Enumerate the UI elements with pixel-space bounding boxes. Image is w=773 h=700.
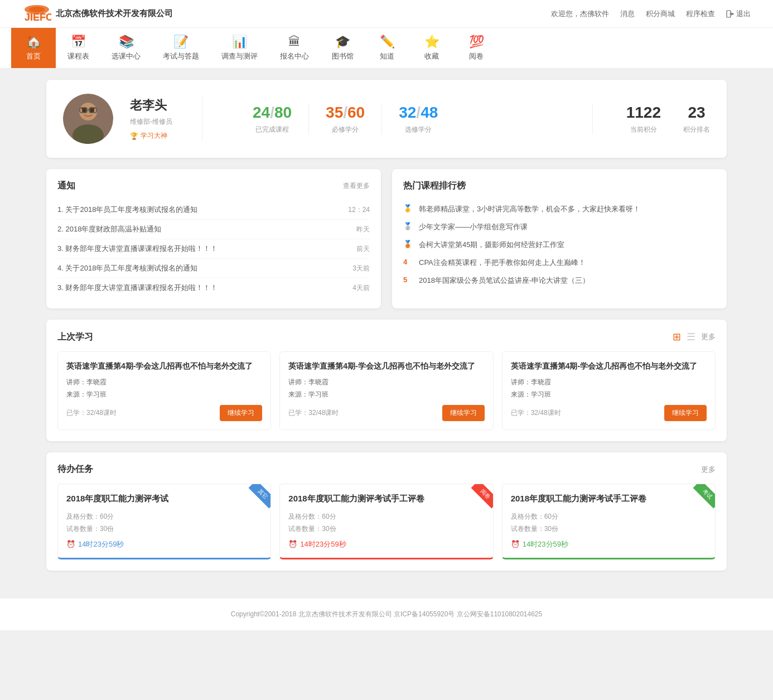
- notice-box: 通知 查看更多 1. 关于2018年员工年度考核测试报名的通知 12：24 2.…: [46, 169, 381, 308]
- points-link[interactable]: 积分商城: [646, 9, 675, 19]
- nav-item-courses[interactable]: 📚 选课中心: [100, 28, 152, 68]
- teacher-prefix-3: 讲师：: [511, 378, 531, 386]
- hot-item-5[interactable]: 5 2018年国家级公务员笔试公益讲座-申论大讲堂（三）: [403, 272, 716, 289]
- task-title-2: 2018年度职工能力测评考试手工评卷: [288, 493, 484, 505]
- nav-item-home[interactable]: 🏠 首页: [11, 28, 56, 68]
- profile-card: 老李头 维修部-维修员 🏆 学习大神 24/80 已完成课程 35/60: [46, 80, 727, 158]
- svg-point-10: [90, 108, 94, 113]
- last-study-title: 上次学习: [57, 331, 93, 343]
- avatar-image: [63, 94, 113, 144]
- points-num: 1122: [626, 104, 661, 122]
- task-badge-3: 考试: [693, 484, 715, 508]
- nav-item-exam[interactable]: 📝 考试与答题: [152, 28, 210, 68]
- task-card-1: 其它 2018年度职工能力测评考试 及格分数：60分 试卷数量：30份 ⏰ 14…: [57, 484, 271, 559]
- logo-text: 北京杰佛软件技术开发有限公司: [56, 8, 173, 19]
- nav-item-register[interactable]: 🏛 报名中心: [269, 28, 320, 68]
- notice-time-4: 3天前: [352, 264, 370, 273]
- exit-button[interactable]: 退出: [726, 9, 751, 19]
- course-title-2: 英语速学直播第4期-学会这几招再也不怕与老外交流了: [288, 360, 484, 372]
- notice-item-5[interactable]: 3. 财务部年度大讲堂直播课课程报名开始啦！！！ 4天前: [57, 278, 370, 297]
- welcome-text: 欢迎您，杰佛软件: [551, 9, 609, 19]
- review-icon: 💯: [469, 35, 484, 49]
- task-timer-2: ⏰ 14时23分59秒: [288, 539, 484, 549]
- nav-item-review[interactable]: 💯 阅卷: [454, 28, 499, 68]
- notice-more[interactable]: 查看更多: [343, 181, 370, 191]
- nav-label-knowledge: 知道: [380, 51, 394, 61]
- notice-item-3[interactable]: 3. 财务部年度大讲堂直播课课程报名开始啦！！！ 前天: [57, 239, 370, 259]
- notice-item-1[interactable]: 1. 关于2018年员工年度考核测试报名的通知 12：24: [57, 200, 370, 220]
- footer: Copyright©2001-2018 北京杰佛软件技术开发有限公司 京ICP备…: [0, 598, 773, 630]
- nav-label-courses: 选课中心: [112, 51, 141, 61]
- rank-5: 5: [403, 276, 414, 284]
- course-progress-1: 已学：32/48课时: [66, 408, 117, 418]
- hot-courses-box: 热门课程排行榜 🥇 韩老师精品课堂，3小时讲完高等数学，机会不多，大家赶快来看呀…: [392, 169, 727, 308]
- course-source-3: 来源：学习班: [511, 390, 707, 399]
- tasks-more[interactable]: 更多: [701, 465, 716, 475]
- task-badge-2: 阅卷: [471, 484, 492, 508]
- course-footer-1: 已学：32/48课时 继续学习: [66, 405, 262, 421]
- completed-courses-stat: 24/80 已完成课程: [236, 104, 309, 134]
- continue-btn-2[interactable]: 继续学习: [442, 405, 485, 421]
- nav-label-schedule: 课程表: [67, 51, 89, 61]
- nav-item-favorites[interactable]: ⭐ 收藏: [409, 28, 454, 68]
- hot-item-2[interactable]: 🥈 少年文学家——小学组创意写作课: [403, 218, 716, 236]
- course-teacher-2: 讲师：李晓霞: [288, 378, 484, 387]
- check-link[interactable]: 程序检查: [686, 9, 715, 19]
- library-icon: 🎓: [335, 35, 350, 49]
- nav-label-review: 阅卷: [469, 51, 484, 61]
- required-score-num: 35/60: [326, 104, 365, 122]
- course-footer-3: 已学：32/48课时 继续学习: [511, 405, 707, 421]
- hot-text-4: CPA注会精英课程，手把手教你如何走上人生巅峰！: [419, 258, 586, 268]
- grid-view-button[interactable]: ⊞: [673, 331, 681, 343]
- continue-btn-3[interactable]: 继续学习: [664, 405, 707, 421]
- exam-icon: 📝: [173, 35, 189, 49]
- logo: JIEFO 北京杰佛软件技术开发有限公司: [22, 4, 173, 24]
- list-view-button[interactable]: ☰: [687, 331, 695, 343]
- user-badge: 🏆 学习大神: [130, 131, 185, 141]
- hot-item-4[interactable]: 4 CPA注会精英课程，手把手教你如何走上人生巅峰！: [403, 254, 716, 272]
- source-prefix-1: 来源：: [66, 390, 86, 398]
- task-timer-3: ⏰ 14时23分59秒: [511, 539, 707, 549]
- points-rank: 23 积分排名: [683, 104, 710, 134]
- nav-item-knowledge[interactable]: ✏️ 知道: [365, 28, 409, 68]
- task-pass-score-3: 及格分数：60分: [511, 512, 707, 522]
- header: JIEFO 北京杰佛软件技术开发有限公司 欢迎您，杰佛软件 消息 积分商城 程序…: [0, 0, 773, 28]
- continue-btn-1[interactable]: 继续学习: [220, 405, 262, 421]
- course-teacher-3: 讲师：李晓霞: [511, 378, 707, 387]
- favorites-icon: ⭐: [424, 35, 439, 49]
- survey-icon: 📊: [232, 35, 247, 49]
- tasks-header: 待办任务 更多: [57, 464, 716, 475]
- svg-text:JIEFO: JIEFO: [25, 12, 51, 23]
- medal-2: 🥈: [403, 222, 414, 230]
- nav-item-library[interactable]: 🎓 图书馆: [320, 28, 365, 68]
- hot-courses-header: 热门课程排行榜: [403, 180, 716, 192]
- task-timer-1: ⏰ 14时23分59秒: [66, 539, 262, 549]
- nav-item-survey[interactable]: 📊 调查与测评: [210, 28, 269, 68]
- clock-icon-1: ⏰: [66, 540, 75, 548]
- nav-item-schedule[interactable]: 📅 课程表: [56, 28, 100, 68]
- course-card-3: 英语速学直播第4期-学会这几招再也不怕与老外交流了 讲师：李晓霞 来源：学习班 …: [502, 351, 716, 430]
- course-grid: 英语速学直播第4期-学会这几招再也不怕与老外交流了 讲师：李晓霞 来源：学习班 …: [57, 351, 716, 430]
- svg-point-9: [82, 108, 86, 113]
- home-icon: 🏠: [26, 35, 41, 49]
- last-study-more[interactable]: 更多: [701, 332, 716, 342]
- notice-item-2[interactable]: 2. 2018年度财政部高温补贴通知 昨天: [57, 220, 370, 239]
- message-link[interactable]: 消息: [620, 9, 635, 19]
- rank-num: 23: [683, 104, 710, 122]
- hot-item-1[interactable]: 🥇 韩老师精品课堂，3小时讲完高等数学，机会不多，大家赶快来看呀！: [403, 200, 716, 218]
- course-source-1: 来源：学习班: [66, 390, 262, 399]
- task-paper-count-1: 试卷数量：30份: [66, 524, 262, 534]
- hot-item-3[interactable]: 🥉 会柯大讲堂第45期，摄影师如何经营好工作室: [403, 236, 716, 254]
- user-avatar: [63, 94, 113, 144]
- course-progress-3: 已学：32/48课时: [511, 408, 561, 418]
- exit-label: 退出: [736, 9, 751, 19]
- trophy-icon: 🏆: [130, 132, 138, 140]
- task-badge-corner-1: 其它: [243, 484, 270, 512]
- tasks-section: 待办任务 更多 其它 2018年度职工能力测评考试 及格分数：60分 试卷数量：…: [46, 452, 727, 571]
- teacher-prefix-2: 讲师：: [288, 378, 308, 386]
- course-title-1: 英语速学直播第4期-学会这几招再也不怕与老外交流了: [66, 360, 262, 372]
- source-prefix-2: 来源：: [288, 390, 308, 398]
- rank-label: 积分排名: [683, 125, 710, 134]
- notice-item-4[interactable]: 4. 关于2018年员工年度考核测试报名的通知 3天前: [57, 259, 370, 278]
- logo-icon: JIEFO: [22, 4, 51, 24]
